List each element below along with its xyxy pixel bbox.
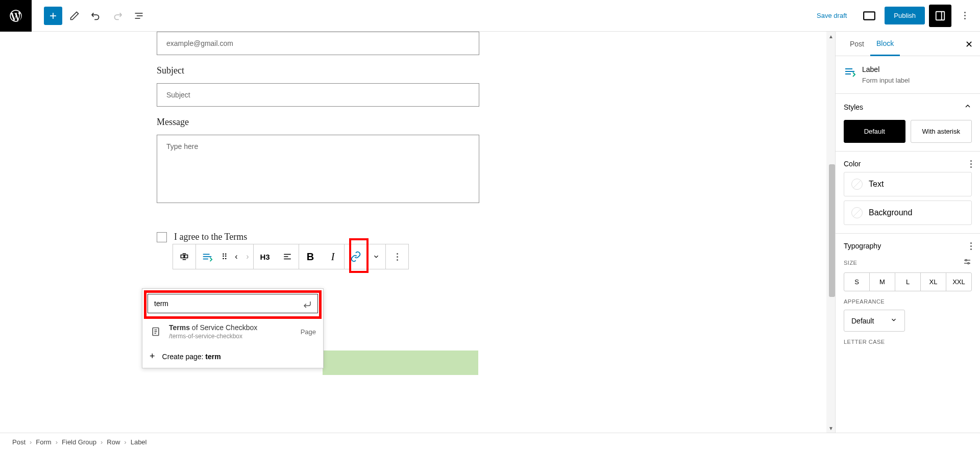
size-label: SIZE xyxy=(844,260,857,266)
undo-icon[interactable] xyxy=(87,7,105,25)
scrollbar-thumb[interactable] xyxy=(829,164,835,297)
tab-block[interactable]: Block xyxy=(870,32,900,56)
tab-post[interactable]: Post xyxy=(844,33,870,55)
color-swatch-icon xyxy=(851,179,863,190)
subject-label: Subject xyxy=(157,65,678,76)
scroll-up-icon[interactable]: ▲ xyxy=(828,34,834,39)
page-icon xyxy=(150,325,162,338)
link-result-type: Page xyxy=(301,328,316,336)
sidebar-tabs: Post Block ✕ xyxy=(836,32,980,56)
italic-button[interactable]: I xyxy=(322,244,344,269)
background-color-button[interactable]: Background xyxy=(844,201,972,225)
heading-level-button[interactable]: H3 xyxy=(254,244,276,269)
color-header: Color xyxy=(844,160,972,168)
message-label: Message xyxy=(157,117,678,128)
svg-point-24 xyxy=(968,263,969,264)
breadcrumb-item[interactable]: Row xyxy=(107,438,120,446)
link-search-input[interactable] xyxy=(148,294,318,313)
size-s-button[interactable]: S xyxy=(844,273,870,291)
main-area: example@gmail.com Subject Subject Messag… xyxy=(0,32,980,433)
label-block-icon xyxy=(844,65,856,78)
typography-section: Typography SIZE S M L XL XXL APPEARANCE … xyxy=(836,234,980,353)
chevron-down-icon[interactable] xyxy=(367,244,385,269)
typography-options-icon[interactable] xyxy=(970,242,972,250)
submit-button-placeholder[interactable] xyxy=(323,350,478,375)
outline-icon[interactable] xyxy=(130,7,148,25)
chevron-down-icon xyxy=(890,316,897,325)
style-default-button[interactable]: Default xyxy=(844,120,905,143)
size-l-button[interactable]: L xyxy=(895,273,921,291)
close-sidebar-icon[interactable]: ✕ xyxy=(965,39,973,50)
link-button[interactable] xyxy=(345,244,367,269)
settings-sidebar: Post Block ✕ Label Form input label Styl… xyxy=(835,32,980,433)
redo-icon[interactable] xyxy=(108,7,127,25)
size-custom-icon[interactable] xyxy=(963,257,972,268)
link-popup: Terms of Service Checkbox /terms-of-serv… xyxy=(142,288,324,368)
text-color-button[interactable]: Text xyxy=(844,172,972,196)
svg-rect-7 xyxy=(185,255,188,258)
create-page-button[interactable]: + Create page: term xyxy=(142,345,323,368)
svg-rect-4 xyxy=(936,11,945,20)
link-result-url: /terms-of-service-checkbox xyxy=(169,333,293,340)
top-right: Save draft Publish xyxy=(810,5,980,27)
size-m-button[interactable]: M xyxy=(870,273,895,291)
more-options-button[interactable] xyxy=(955,7,974,25)
scroll-down-icon[interactable]: ▼ xyxy=(828,425,834,431)
editor-canvas: example@gmail.com Subject Subject Messag… xyxy=(0,32,835,433)
color-options-icon[interactable] xyxy=(970,160,972,168)
agree-label[interactable]: I agree to the Terms xyxy=(174,232,247,242)
breadcrumb-item[interactable]: Field Group xyxy=(62,438,96,446)
size-xl-button[interactable]: XL xyxy=(921,273,946,291)
sidebar-toggle-button[interactable] xyxy=(929,5,951,27)
size-xxl-button[interactable]: XXL xyxy=(946,273,971,291)
move-left-icon[interactable]: ‹ xyxy=(231,244,242,269)
link-result-title: Terms of Service Checkbox xyxy=(169,323,293,332)
preview-icon[interactable] xyxy=(858,5,880,27)
block-description: Form input label xyxy=(862,77,910,84)
message-textarea[interactable]: Type here xyxy=(157,135,479,203)
more-options-icon[interactable] xyxy=(386,244,408,269)
block-toolbar: ⠿ ‹ › H3 B I xyxy=(173,244,409,269)
appearance-label: APPEARANCE xyxy=(844,298,972,305)
breadcrumb-item[interactable]: Label xyxy=(131,438,147,446)
breadcrumb-item[interactable]: Post xyxy=(12,438,26,446)
color-section: Color Text Background xyxy=(836,152,980,234)
styles-header[interactable]: Styles xyxy=(844,102,972,112)
svg-point-23 xyxy=(965,260,967,261)
breadcrumb: Post › Form › Field Group › Row › Label xyxy=(0,433,980,451)
bold-button[interactable]: B xyxy=(299,244,322,269)
publish-button[interactable]: Publish xyxy=(885,7,925,24)
color-swatch-icon xyxy=(851,207,863,218)
appearance-select[interactable]: Default xyxy=(844,310,905,332)
email-input[interactable]: example@gmail.com xyxy=(157,32,479,55)
svg-rect-3 xyxy=(864,12,875,19)
breadcrumb-item[interactable]: Form xyxy=(36,438,51,446)
block-info: Label Form input label xyxy=(836,56,980,94)
size-selector: S M L XL XXL xyxy=(844,272,972,291)
top-bar: + Save draft Publish xyxy=(0,0,980,32)
typography-header: Typography xyxy=(844,242,972,250)
plus-icon: + xyxy=(150,351,155,362)
label-block-icon[interactable] xyxy=(196,244,218,269)
move-right-icon[interactable]: › xyxy=(242,244,253,269)
chevron-up-icon xyxy=(964,102,972,112)
transform-icon[interactable] xyxy=(173,244,195,269)
agree-checkbox[interactable] xyxy=(157,232,167,242)
editor-scrollbar[interactable]: ▲ ▼ xyxy=(826,32,835,433)
save-draft-button[interactable]: Save draft xyxy=(810,8,854,23)
align-icon[interactable] xyxy=(276,244,299,269)
link-search-result[interactable]: Terms of Service Checkbox /terms-of-serv… xyxy=(142,318,323,345)
lettercase-label: LETTER CASE xyxy=(844,339,972,345)
add-block-button[interactable]: + xyxy=(44,7,62,25)
subject-input[interactable]: Subject xyxy=(157,83,479,107)
block-name: Label xyxy=(862,65,910,73)
drag-handle-icon[interactable]: ⠿ xyxy=(218,244,231,269)
wordpress-logo[interactable] xyxy=(0,0,32,32)
styles-section: Styles Default With asterisk xyxy=(836,94,980,152)
style-asterisk-button[interactable]: With asterisk xyxy=(911,120,972,143)
edit-icon[interactable] xyxy=(65,7,84,25)
svg-rect-6 xyxy=(181,255,184,258)
top-left: + xyxy=(0,0,148,31)
